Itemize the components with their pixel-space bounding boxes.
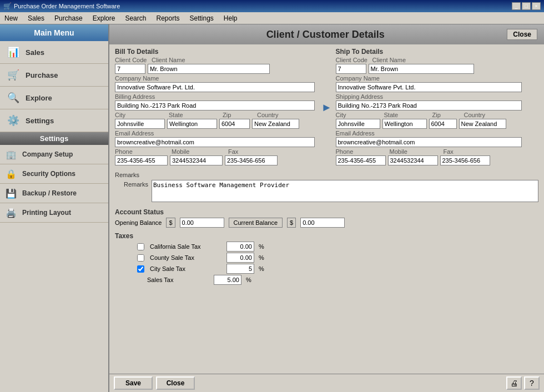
settings-section-header: Settings [0,132,108,145]
title-bar-buttons: _ □ × [512,2,541,10]
sidebar-item-security-options[interactable]: 🔒 Security Options [0,164,108,184]
bill-phone-input[interactable] [115,155,168,165]
opening-balance-input[interactable] [180,218,224,228]
ship-city-state-row [336,119,539,129]
ship-country-input[interactable] [459,119,506,129]
bill-email-label: Email Address [115,130,154,137]
menu-settings[interactable]: Settings [188,13,216,23]
current-balance-button[interactable]: Current Balance [229,218,283,228]
ship-mobile-label: Mobile [390,148,441,155]
bill-client-code-input[interactable] [115,64,145,74]
maximize-button[interactable]: □ [522,2,531,10]
menu-search[interactable]: Search [123,13,148,23]
ship-to-title: Ship To Details [336,48,539,56]
county-tax-input[interactable] [226,253,254,263]
ship-email-input[interactable] [336,137,522,147]
remarks-row: Remarks Business Software Management Pro… [115,180,538,204]
sidebar-item-backup-restore[interactable]: 💾 Backup / Restore [0,184,108,203]
ship-address-input[interactable] [336,100,522,110]
sidebar-item-purchase[interactable]: 🛒 Purchase [0,64,108,87]
city-tax-checkbox[interactable] [137,265,144,273]
sales-icon: 📊 [6,44,21,60]
bill-company-row [115,82,318,92]
bill-company-name-label: Company Name [115,75,159,82]
bill-client-name-input[interactable] [148,64,270,74]
ship-email-row [336,137,539,147]
bill-client-code-label: Client Code [115,57,147,63]
ship-state-input[interactable] [382,119,427,129]
titlebar-close-button[interactable]: × [532,2,541,10]
bill-city-state-row [115,119,318,129]
bill-fax-label: Fax [228,148,238,155]
california-tax-checkbox[interactable] [137,243,144,250]
bill-fax-input[interactable] [225,155,278,165]
bill-city-input[interactable] [115,119,165,129]
sales-tax-input[interactable] [214,275,241,285]
minimize-button[interactable]: _ [512,2,521,10]
content-area: Client / Customer Details Close Bill To … [109,24,544,392]
sidebar-item-label-purchase: Purchase [26,71,58,79]
menu-sales[interactable]: Sales [26,13,47,23]
account-status-section: Account Status Opening Balance $ Current… [115,208,538,228]
ship-client-name-input[interactable] [369,64,474,74]
california-tax-percent: % [259,243,264,250]
ship-shipping-address-label: Shipping Address [336,93,384,100]
ship-phone-label: Phone [336,148,387,155]
sales-tax-row: Sales Tax % [115,275,538,285]
remarks-textarea[interactable]: Business Software Management Provider [152,180,538,202]
ship-fax-label: Fax [444,148,454,155]
account-status-title: Account Status [115,208,538,216]
ship-city-input[interactable] [336,119,380,129]
ship-mobile-input[interactable] [388,155,438,165]
county-tax-checkbox[interactable] [137,254,144,262]
menu-new[interactable]: New [2,13,20,23]
ship-zip-input[interactable] [429,119,457,129]
city-tax-input[interactable] [226,264,254,274]
bill-mobile-input[interactable] [170,155,223,165]
header-close-button[interactable]: Close [507,29,537,40]
bill-zip-input[interactable] [219,119,250,129]
sidebar-item-label-settings: Settings [26,117,54,125]
bottom-left: Save Close [114,376,195,390]
bill-city-label: City [115,112,167,118]
title-bar-left: 🛒 Purchase Order Management Software [3,2,120,10]
form-content: Bill To Details Client Code Client Name … [109,44,544,374]
sidebar-item-explore[interactable]: 🔍 Explore [0,87,108,109]
sidebar-item-printing-layout[interactable]: 🖨️ Printing Layout [0,203,108,223]
bill-country-input[interactable] [252,119,299,129]
sidebar-item-company-setup[interactable]: 🏢 Company Setup [0,145,108,164]
purchase-icon: 🛒 [6,67,21,83]
ship-address-header: Shipping Address [336,93,539,100]
printing-layout-icon: 🖨️ [4,206,18,219]
bottom-bar: Save Close 🖨 ? [109,374,544,392]
current-balance-input[interactable] [300,218,345,228]
remarks-section: Remarks Remarks Business Software Manage… [115,171,538,204]
current-balance-dollar: $ [287,218,296,228]
bill-state-label: State [169,112,220,118]
ship-zip-label: Zip [432,112,462,118]
sidebar-item-sales[interactable]: 📊 Sales [0,41,108,64]
menu-reports[interactable]: Reports [154,13,182,23]
sidebar-item-settings[interactable]: ⚙️ Settings [0,109,108,132]
opening-balance-dollar: $ [166,218,175,228]
backup-restore-icon: 💾 [4,187,18,200]
print-button[interactable]: 🖨 [506,376,522,390]
ship-company-input[interactable] [336,82,522,92]
help-button[interactable]: ? [524,376,540,390]
sidebar-item-label-explore: Explore [26,94,52,102]
bill-billing-address-label: Billing Address [115,93,155,100]
california-tax-input[interactable] [226,242,254,252]
menu-help[interactable]: Help [221,13,240,23]
save-button[interactable]: Save [114,376,153,390]
bill-company-input[interactable] [115,82,315,92]
menu-explore[interactable]: Explore [90,13,118,23]
bill-state-input[interactable] [167,119,217,129]
menu-purchase[interactable]: Purchase [52,13,85,23]
ship-fax-input[interactable] [440,155,490,165]
close-button[interactable]: Close [156,376,195,390]
bill-address-row [115,100,318,110]
ship-client-code-input[interactable] [336,64,366,74]
bill-address-input[interactable] [115,100,315,110]
bill-email-input[interactable] [115,137,315,147]
ship-phone-input[interactable] [336,155,386,165]
